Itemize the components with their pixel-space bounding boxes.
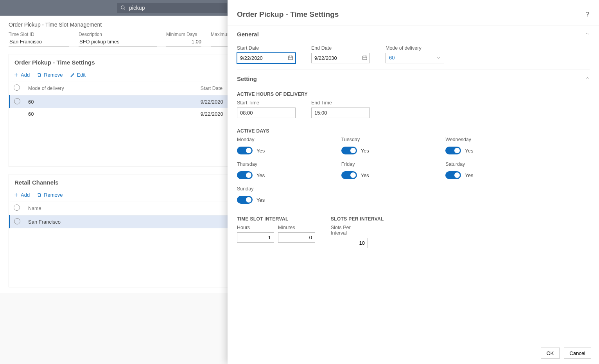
field-label: Slots Per Interval [331,225,368,236]
toggle-state: Yes [361,172,369,178]
subhead: Active Days [237,128,590,134]
tuesday-toggle[interactable] [341,147,357,154]
header-label: Time Slot ID [9,32,69,37]
plus-icon [14,72,19,77]
header-label: Minimum Days [166,32,201,37]
start-time-input[interactable] [237,108,296,118]
chevron-up-icon [585,31,590,37]
field-label: Minutes [278,225,315,230]
setting-accordion: Setting Active Hours of Delivery Start T… [237,70,590,255]
chevron-down-icon [436,55,441,61]
ok-button[interactable]: OK [541,348,560,359]
panel-head: Order Pickup - Time Settings ? [228,0,599,25]
field-label: Tuesday [341,137,430,142]
field-label: End Date [311,45,370,51]
toggle-state: Yes [465,172,473,178]
plus-icon [14,192,19,197]
svg-line-1 [124,9,125,10]
search-box[interactable]: pickup [117,3,227,13]
monday-toggle[interactable] [237,147,253,154]
search-icon [120,5,126,11]
cell-mode[interactable]: 60 [24,95,197,109]
add-button[interactable]: Add [14,72,30,78]
field-label: Monday [237,137,326,142]
end-time-input[interactable] [311,108,370,118]
field-label: Thursday [237,161,326,167]
pencil-icon [70,72,75,77]
select-all[interactable] [10,81,25,95]
search-value: pickup [129,5,145,11]
hours-input[interactable] [237,232,274,243]
friday-toggle[interactable] [341,171,357,179]
setting-accordion-head[interactable]: Setting [237,70,590,88]
subhead: Time Slot Interval [237,216,315,222]
trash-icon [37,192,42,197]
remove-button[interactable]: Remove [37,72,63,78]
field-label: Friday [341,161,430,167]
field-label: Sunday [237,186,326,192]
toggle-state: Yes [256,172,265,178]
edit-button[interactable]: Edit [70,72,86,78]
add-button[interactable]: Add [14,192,30,198]
field-label: Mode of delivery [386,45,444,51]
min-days-value[interactable]: 1.00 [166,39,201,45]
field-label: Start Date [237,45,296,51]
toggle-state: Yes [465,148,473,154]
header-label: Description [79,32,157,37]
time-slot-id-value[interactable]: San Francisco [9,39,69,45]
field-label: Hours [237,225,274,230]
help-icon[interactable]: ? [586,11,590,18]
field-label: Saturday [445,161,534,167]
col-mode[interactable]: Mode of delivery [24,81,197,95]
wednesday-toggle[interactable] [445,147,461,154]
cell-name: San Francisco [24,215,260,229]
field-label: Start Time [237,100,296,106]
trash-icon [37,72,42,77]
minutes-input[interactable] [278,232,315,243]
end-date-input[interactable] [311,53,370,63]
subhead: Slots Per Interval [331,216,384,222]
description-value[interactable]: SFO pickup times [79,39,157,45]
row-selector[interactable] [14,98,20,104]
general-accordion: General Start Date [237,25,590,70]
panel-footer: OK Cancel [228,342,599,364]
svg-point-0 [121,6,124,9]
saturday-toggle[interactable] [445,171,461,179]
start-date-input[interactable] [237,53,296,63]
toggle-state: Yes [256,197,265,203]
remove-button[interactable]: Remove [37,192,63,198]
general-accordion-head[interactable]: General [237,25,590,43]
field-label: End Time [311,100,370,106]
panel-title: Order Pickup - Time Settings [237,10,339,19]
cancel-button[interactable]: Cancel [564,348,591,359]
thursday-toggle[interactable] [237,171,253,179]
field-label: Wednesday [445,137,534,142]
mode-of-delivery-select[interactable]: 60 [386,53,444,63]
cell-mode: 60 [24,108,197,120]
col-name[interactable]: Name [24,201,260,215]
select-all[interactable] [10,201,25,215]
subhead: Active Hours of Delivery [237,91,590,97]
chevron-up-icon [585,76,590,82]
toggle-state: Yes [361,148,369,154]
toggle-state: Yes [256,148,265,154]
side-panel: Order Pickup - Time Settings ? General S… [228,0,599,364]
row-selector[interactable] [14,218,20,224]
slots-input[interactable] [331,238,368,248]
sunday-toggle[interactable] [237,196,253,204]
